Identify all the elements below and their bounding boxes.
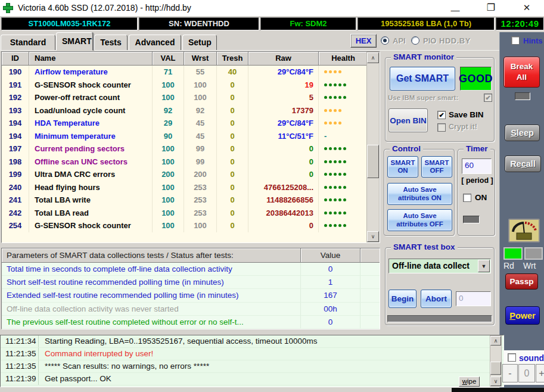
health-dot <box>329 147 332 150</box>
smart-table-row[interactable]: 194HDA Temperature2945029°C/84°F <box>2 117 380 130</box>
header-val[interactable]: VAL <box>153 52 184 66</box>
cell-val: 100 <box>153 91 184 104</box>
wipe-log-button[interactable]: wipe <box>459 377 480 387</box>
sleep-button[interactable]: Sleep <box>505 125 540 141</box>
break-all-button[interactable]: Break All <box>503 57 540 88</box>
header-name[interactable]: Name <box>29 52 153 66</box>
tab-smart[interactable]: SMART <box>56 32 93 51</box>
autosave-off-button[interactable]: Auto Save attributes OFF <box>387 209 452 231</box>
tab-tests[interactable]: Tests <box>94 35 128 51</box>
scrollbar-thumb[interactable] <box>367 145 379 178</box>
header-tresh[interactable]: Tresh <box>217 52 248 66</box>
save-bin-checkbox[interactable] <box>437 111 446 119</box>
smart-table-scrollbar[interactable]: ∧ ∨ <box>366 52 380 242</box>
tab-setup[interactable]: Setup <box>182 35 217 51</box>
param-row[interactable]: Short self-test routine recommended poll… <box>2 276 380 289</box>
smart-table-row[interactable]: 198Offline scan UNC sectors1009900 <box>2 155 380 169</box>
autosave-on-button[interactable]: Auto Save attributes ON <box>387 183 452 205</box>
log-row[interactable]: 11:21:35***** Scan results: no warnings,… <box>1 360 503 373</box>
api-radio[interactable] <box>381 36 389 45</box>
cell-tresh: 0 <box>217 194 248 207</box>
pio-radio[interactable] <box>411 36 419 45</box>
timer-on-checkbox[interactable] <box>463 194 471 202</box>
smart-table-row[interactable]: 190Airflow temperature71554029°C/84°F <box>2 66 380 79</box>
ibm-smart-checkbox[interactable] <box>484 94 492 102</box>
cell-wrst: 55 <box>184 66 217 79</box>
smart-off-button[interactable]: SMART OFF <box>421 156 452 178</box>
hints-checkbox[interactable] <box>511 36 520 45</box>
smart-table-row[interactable]: 241Total LBA write100253011488266856 <box>2 194 380 207</box>
abort-button[interactable]: Abort <box>421 290 452 308</box>
scroll-down-icon[interactable]: ∨ <box>367 231 379 242</box>
smart-table-row[interactable]: 197Current pending sectors1009900 <box>2 142 380 155</box>
smart-table-row[interactable]: 193Load/unload cycle count9292017379 <box>2 104 380 117</box>
tab-advanced[interactable]: Advanced <box>129 35 181 51</box>
smart-table-row[interactable]: 192Power-off retract count10010005 <box>2 91 380 104</box>
test-select-dropdown[interactable]: Off-line data collect ▼ <box>388 259 491 273</box>
scroll-up-icon[interactable]: ∧ <box>367 52 379 63</box>
health-dot <box>324 109 327 112</box>
begin-button[interactable]: Begin <box>388 290 416 308</box>
scroll-down-icon[interactable]: ∨ <box>490 377 501 386</box>
volume-value[interactable]: 0 <box>518 364 535 382</box>
health-dot <box>343 96 346 99</box>
get-smart-button[interactable]: Get SMART <box>390 67 455 91</box>
volume-minus-button[interactable]: - <box>502 364 518 382</box>
smart-table-row[interactable]: 194Minimum temperature9045011°C/51°F- <box>2 130 380 143</box>
smart-table-row[interactable]: 199Ultra DMA CRC errors20020000 <box>2 168 380 181</box>
params-table-body: Total time in seconds to complete off-li… <box>2 263 380 329</box>
recall-button[interactable]: Recall <box>505 155 541 172</box>
cell-wrst: 99 <box>184 155 217 169</box>
minimize-button[interactable]: — <box>449 1 462 14</box>
open-bin-button[interactable]: Open BIN <box>388 108 428 132</box>
health-dot <box>324 173 327 176</box>
crypt-checkbox[interactable] <box>437 123 446 132</box>
tab-standard[interactable]: Standard <box>1 35 55 51</box>
cell-val: 100 <box>153 194 184 207</box>
timer-period-input[interactable]: 60 <box>462 158 492 174</box>
param-label: Off-line data collection activity was ne… <box>2 303 301 316</box>
smart-table-row[interactable]: 242Total LBA read100253020386442013 <box>2 207 380 220</box>
smart-table-row[interactable]: 191G-SENSOR shock counter100100019 <box>2 79 380 92</box>
param-extra <box>360 316 380 329</box>
header-health[interactable]: Health <box>319 52 368 66</box>
log-row[interactable]: 11:21:34Starting Reading, LBA=0..1953525… <box>1 335 503 348</box>
api-label: API <box>393 36 406 45</box>
hex-button[interactable]: HEX <box>350 34 377 48</box>
log-row[interactable]: 11:21:39Get passport... OK <box>1 373 503 385</box>
close-button[interactable]: ✕ <box>520 1 533 14</box>
smart-table-row[interactable]: 254G-SENSOR shock counter10010000 <box>2 219 380 232</box>
param-row[interactable]: Off-line data collection activity was ne… <box>2 303 380 316</box>
log-scrollbar[interactable]: ∧ ∨ <box>490 335 502 387</box>
cell-tresh: 40 <box>217 66 248 79</box>
log-row[interactable]: 11:21:35Command interrupted by user! <box>1 348 503 360</box>
header-id[interactable]: ID <box>2 52 29 66</box>
health-dot <box>329 211 332 214</box>
smart-table-row[interactable]: 240Head flying hours10025304766125208... <box>2 181 380 194</box>
cell-id: 191 <box>2 79 29 92</box>
health-dot <box>343 147 346 150</box>
maximize-button[interactable]: ❐ <box>484 1 498 14</box>
param-row[interactable]: Total time in seconds to complete off-li… <box>2 263 380 276</box>
scroll-up-icon[interactable]: ∧ <box>490 336 501 346</box>
cell-wrst: 45 <box>184 117 217 130</box>
param-row[interactable]: The previous self-test routine completed… <box>2 316 380 329</box>
volume-plus-button[interactable]: + <box>536 364 544 382</box>
sound-checkbox[interactable] <box>508 353 516 362</box>
chevron-down-icon[interactable]: ▼ <box>478 260 490 272</box>
cell-raw: 0 <box>248 219 319 232</box>
cell-name: Load/unload cycle count <box>29 104 153 117</box>
test-counter-field[interactable]: 0 <box>456 291 491 306</box>
cell-wrst: 100 <box>184 79 217 92</box>
header-raw[interactable]: Raw <box>248 52 319 66</box>
header-wrst[interactable]: Wrst <box>184 52 217 66</box>
health-dot <box>334 224 337 227</box>
log-body: 11:21:34Starting Reading, LBA=0..1953525… <box>1 335 503 385</box>
smart-on-button[interactable]: SMART ON <box>387 156 418 178</box>
power-button[interactable]: Power <box>505 306 540 325</box>
app-cross-icon <box>3 3 13 13</box>
scrollbar-thumb[interactable] <box>490 362 501 375</box>
passport-button[interactable]: Passp <box>505 273 538 290</box>
param-row[interactable]: Extended self-test routine recommended p… <box>2 289 380 302</box>
cell-raw: 11488266856 <box>248 194 319 207</box>
